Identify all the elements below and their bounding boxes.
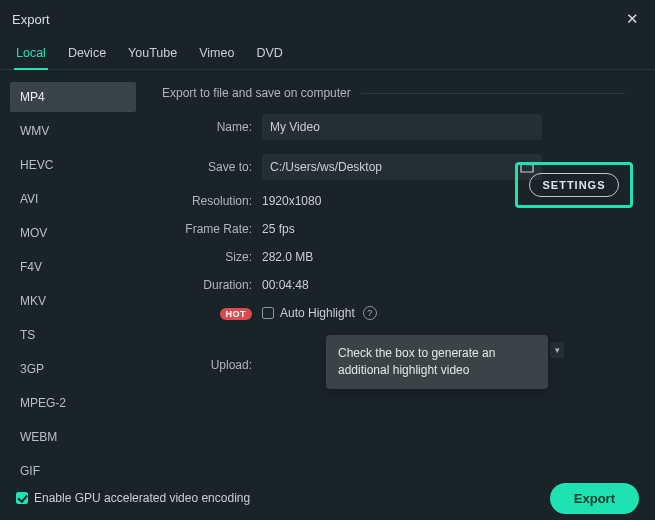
saveto-value: C:/Users/ws/Desktop: [270, 160, 382, 174]
format-3gp[interactable]: 3GP: [10, 354, 136, 384]
tab-dvd[interactable]: DVD: [254, 40, 284, 69]
hot-badge: HOT: [220, 308, 253, 320]
divider: [361, 93, 625, 94]
export-tabs: Local Device YouTube Vimeo DVD: [0, 34, 655, 70]
upload-label: Upload:: [162, 358, 262, 372]
name-input[interactable]: My Video: [262, 114, 542, 140]
resolution-label: Resolution:: [162, 194, 262, 208]
size-value: 282.0 MB: [262, 250, 313, 264]
saveto-input[interactable]: C:/Users/ws/Desktop: [262, 154, 542, 180]
close-icon[interactable]: ✕: [624, 8, 641, 30]
format-wmv[interactable]: WMV: [10, 116, 136, 146]
saveto-label: Save to:: [162, 160, 262, 174]
framerate-label: Frame Rate:: [162, 222, 262, 236]
format-avi[interactable]: AVI: [10, 184, 136, 214]
format-mp4[interactable]: MP4: [10, 82, 136, 112]
resolution-value: 1920x1080: [262, 194, 321, 208]
format-list: MP4 WMV HEVC AVI MOV F4V MKV TS 3GP MPEG…: [0, 70, 142, 476]
framerate-value: 25 fps: [262, 222, 295, 236]
tab-local[interactable]: Local: [14, 40, 48, 70]
format-mpeg2[interactable]: MPEG-2: [10, 388, 136, 418]
duration-label: Duration:: [162, 278, 262, 292]
name-label: Name:: [162, 120, 262, 134]
gpu-checkbox[interactable]: [16, 492, 28, 504]
duration-value: 00:04:48: [262, 278, 309, 292]
format-hevc[interactable]: HEVC: [10, 150, 136, 180]
tab-device[interactable]: Device: [66, 40, 108, 69]
format-ts[interactable]: TS: [10, 320, 136, 350]
tab-vimeo[interactable]: Vimeo: [197, 40, 236, 69]
settings-highlight: SETTINGS: [515, 162, 633, 208]
format-mov[interactable]: MOV: [10, 218, 136, 248]
format-mkv[interactable]: MKV: [10, 286, 136, 316]
format-f4v[interactable]: F4V: [10, 252, 136, 282]
section-title: Export to file and save on computer: [162, 86, 351, 100]
tooltip: Check the box to generate an additional …: [326, 335, 548, 389]
auto-highlight-checkbox[interactable]: [262, 307, 274, 319]
name-value: My Video: [270, 120, 320, 134]
window-title: Export: [12, 12, 50, 27]
tab-youtube[interactable]: YouTube: [126, 40, 179, 69]
export-button[interactable]: Export: [550, 483, 639, 514]
settings-button[interactable]: SETTINGS: [529, 173, 618, 197]
format-webm[interactable]: WEBM: [10, 422, 136, 452]
chevron-down-icon[interactable]: ▾: [550, 342, 564, 358]
auto-highlight-label: Auto Highlight: [280, 306, 355, 320]
size-label: Size:: [162, 250, 262, 264]
help-icon[interactable]: ?: [363, 306, 377, 320]
gpu-label: Enable GPU accelerated video encoding: [34, 491, 250, 505]
